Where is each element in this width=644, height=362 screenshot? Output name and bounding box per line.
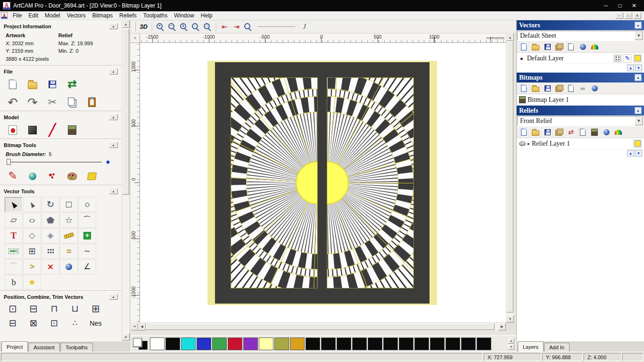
delete-layer-button[interactable]	[578, 42, 587, 51]
relief-selector[interactable]: Front Relief ▼	[517, 116, 644, 126]
colour-swatch[interactable]	[150, 337, 165, 350]
toolbar-grip[interactable]	[134, 23, 136, 31]
collapse-button[interactable]: ▲	[109, 294, 118, 300]
tab-add-in[interactable]: Add In	[544, 343, 570, 352]
relief-layer-row[interactable]: ▸ Relief Layer 1	[517, 138, 644, 149]
layer-colour-swatch[interactable]	[633, 54, 642, 63]
palette-down-button[interactable]: ▼	[508, 344, 514, 350]
shape-editor-button[interactable]: ▱	[5, 213, 23, 228]
close-button[interactable]: ✕	[627, 1, 641, 10]
trim-vectors-button[interactable]: ✕	[41, 259, 59, 274]
delete-bitmap-layer-button[interactable]	[590, 83, 599, 93]
save-model-button[interactable]	[46, 79, 58, 90]
zoom-selection-button[interactable]	[243, 22, 254, 32]
align-centres-button[interactable]: ⊞	[90, 303, 102, 314]
save-vector-layer-button[interactable]	[543, 42, 552, 51]
nest-vectors-button[interactable]: Nes	[90, 318, 102, 329]
copy-bitmap-layer-button[interactable]	[567, 83, 575, 93]
slider-track[interactable]	[8, 162, 102, 163]
import-model-button[interactable]: ⇄	[66, 79, 78, 90]
menu-item[interactable]: Bitmaps	[89, 12, 116, 19]
menu-item[interactable]: Vectors	[64, 12, 89, 19]
canvas-horizontal-scrollbar[interactable]: ⇥ ◀ ▶	[131, 322, 506, 330]
zoom-in-button[interactable]: +	[155, 22, 166, 32]
create-circle-button[interactable]: ○	[78, 197, 96, 212]
colour-swatch[interactable]	[461, 337, 476, 350]
view-3d-button[interactable]: 3D	[138, 22, 149, 32]
layer-down-button[interactable]: ▼	[635, 65, 642, 71]
trim-overlap-button[interactable]: ∴	[69, 318, 81, 329]
colour-swatch[interactable]	[352, 337, 367, 350]
copy-button[interactable]	[66, 97, 78, 108]
transform-vectors-button[interactable]: ↻	[41, 197, 59, 212]
tab-assistant[interactable]: Assistant	[28, 343, 60, 352]
scroll-left-button[interactable]: ◀	[138, 323, 146, 330]
colour-swatch[interactable]	[477, 337, 491, 350]
scroll-right-button[interactable]: ▶	[498, 323, 506, 330]
mdi-minimize-button[interactable]: ─	[615, 12, 623, 19]
colour-swatch[interactable]	[259, 337, 273, 350]
collapse-button[interactable]: ▲	[635, 22, 642, 29]
open-model-button[interactable]	[26, 79, 39, 90]
drawing-canvas[interactable]	[140, 43, 506, 322]
layer-up-button[interactable]: ▲	[627, 150, 634, 156]
greyscale-view-button[interactable]	[26, 124, 39, 136]
scroll-down-button[interactable]: ▼	[122, 333, 130, 341]
tab-layers[interactable]: Layers	[518, 341, 544, 352]
colour-swatch[interactable]	[446, 337, 460, 350]
layer-name[interactable]: Bitmap Layer 1	[528, 96, 569, 104]
cut-button[interactable]: ✂	[46, 97, 58, 108]
maximize-button[interactable]: □	[613, 1, 627, 10]
new-vector-layer-button[interactable]	[520, 42, 528, 51]
open-bitmap-layer-button[interactable]	[531, 83, 540, 93]
create-swept-button[interactable]	[60, 259, 78, 274]
slice-button[interactable]: b	[5, 275, 23, 290]
group-vectors-button[interactable]: ⊟	[7, 318, 19, 329]
copy-relief-button[interactable]	[578, 127, 587, 137]
colour-swatch[interactable]	[212, 337, 227, 350]
relief-colours-button[interactable]	[614, 127, 622, 137]
colour-swatch[interactable]	[197, 337, 211, 350]
expander-icon[interactable]: ▸	[528, 141, 530, 146]
align-bottom-button[interactable]: ⊔	[69, 303, 81, 314]
select-vectors-button[interactable]	[5, 197, 23, 212]
zoom-page-button[interactable]: □	[202, 22, 213, 32]
colour-swatch[interactable]	[181, 337, 196, 350]
colour-swatch[interactable]	[399, 337, 413, 350]
collapse-button[interactable]: ▲	[109, 188, 118, 194]
collapse-button[interactable]: ▲	[635, 107, 642, 114]
vector-doctor-button[interactable]: ★	[23, 275, 41, 290]
left-panel-scrollbar[interactable]: ▲ ▼	[122, 20, 130, 341]
create-star-button[interactable]: ☆	[60, 213, 78, 228]
tab-project[interactable]: Project	[1, 341, 28, 352]
mdi-restore-button[interactable]: □	[624, 12, 632, 19]
polyline-button[interactable]: ≈	[60, 244, 78, 259]
colour-swatch[interactable]	[228, 337, 242, 350]
text-abc-button[interactable]: ABC	[5, 244, 23, 259]
point-cloud-button[interactable]	[41, 244, 59, 259]
load-relief-button[interactable]	[7, 124, 19, 136]
create-text-button[interactable]: T	[5, 228, 23, 243]
colour-swatch[interactable]	[321, 337, 336, 350]
colour-swatch[interactable]	[243, 337, 258, 350]
redo-button[interactable]: ↷	[26, 97, 39, 108]
menu-item[interactable]: Toolpaths	[140, 12, 171, 19]
offset-vectors-button[interactable]: ◈	[41, 228, 59, 243]
save-bitmap-layer-button[interactable]	[543, 83, 552, 93]
menu-item[interactable]: File	[9, 12, 25, 19]
fit-curve-button[interactable]: ~	[78, 244, 96, 259]
menu-item[interactable]: Model	[41, 12, 64, 19]
collapse-button[interactable]: ▲	[109, 142, 118, 148]
dropdown-arrow-icon[interactable]: ▼	[635, 116, 643, 125]
relief-colour-swatch[interactable]	[633, 140, 642, 148]
colour-swatch[interactable]	[165, 337, 180, 350]
measure-button[interactable]	[60, 228, 78, 243]
colour-swatch[interactable]	[337, 337, 351, 350]
zoom-objects-button[interactable]: ▫	[190, 22, 201, 32]
flood-fill-button[interactable]	[86, 171, 98, 182]
ruler-origin-button[interactable]: +	[131, 33, 140, 43]
align-objects-button[interactable]: ⊟	[27, 303, 40, 314]
scroll-track[interactable]	[122, 28, 130, 333]
colour-swatch[interactable]	[368, 337, 382, 350]
collapse-button[interactable]: ▲	[109, 114, 118, 120]
